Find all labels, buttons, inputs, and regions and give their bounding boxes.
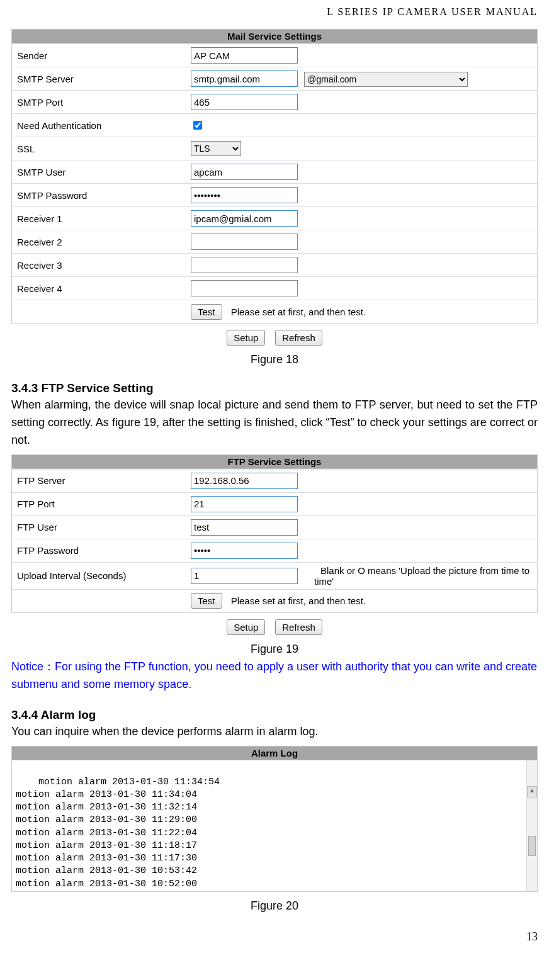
mail-settings-table: Sender SMTP Server @gmail.com SMTP Port … <box>12 43 537 323</box>
mail-refresh-button[interactable]: Refresh <box>275 330 322 346</box>
mail-service-panel: Mail Service Settings Sender SMTP Server… <box>11 29 538 324</box>
ftp-interval-label: Upload Interval (Seconds) <box>12 562 186 589</box>
ftp-user-input[interactable] <box>191 519 298 536</box>
mail-panel-title: Mail Service Settings <box>12 30 537 43</box>
smtp-domain-select[interactable]: @gmail.com <box>304 72 468 87</box>
alarm-panel-title: Alarm Log <box>12 746 537 760</box>
receiver4-label: Receiver 4 <box>12 277 186 300</box>
smtp-server-label: SMTP Server <box>12 67 186 91</box>
receiver3-label: Receiver 3 <box>12 254 186 277</box>
need-auth-label: Need Authentication <box>12 114 186 137</box>
need-auth-checkbox[interactable] <box>193 121 202 130</box>
section-343-heading: 3.4.3 FTP Service Setting <box>11 381 538 395</box>
ftp-server-input[interactable] <box>191 473 298 489</box>
receiver2-input[interactable] <box>191 234 298 250</box>
scroll-up-icon[interactable]: ▲ <box>527 786 537 797</box>
figure19-caption: Figure 19 <box>11 643 538 656</box>
ftp-port-label: FTP Port <box>12 492 186 515</box>
page-number: 13 <box>11 930 538 943</box>
ftp-pass-input[interactable] <box>191 543 298 559</box>
page-header: L SERIES IP CAMERA USER MANUAL <box>11 6 538 18</box>
alarm-log-entries: motion alarm 2013-01-30 11:34:54 motion … <box>16 777 220 892</box>
receiver4-input[interactable] <box>191 280 298 296</box>
mail-test-button[interactable]: Test <box>191 304 222 320</box>
ftp-port-input[interactable] <box>191 496 298 512</box>
ftp-pass-label: FTP Password <box>12 539 186 562</box>
ftp-test-button[interactable]: Test <box>191 593 222 609</box>
mail-setup-button[interactable]: Setup <box>227 330 265 346</box>
section-344-body: You can inquire when the device performs… <box>11 723 538 741</box>
smtp-user-input[interactable] <box>191 164 298 180</box>
mail-test-hint: Please set at first, and then test. <box>231 307 366 317</box>
ssl-select[interactable]: TLS <box>191 141 241 156</box>
sender-input[interactable] <box>191 47 298 64</box>
smtp-port-label: SMTP Port <box>12 91 186 114</box>
smtp-pass-input[interactable] <box>191 187 298 203</box>
receiver3-input[interactable] <box>191 257 298 273</box>
alarm-scrollbar[interactable]: ▲ <box>526 760 537 891</box>
mail-buttons-row: Setup Refresh <box>11 330 538 346</box>
ftp-service-panel: FTP Service Settings FTP Server FTP Port… <box>11 454 538 613</box>
figure18-caption: Figure 18 <box>11 353 538 366</box>
ftp-interval-input[interactable] <box>191 568 298 584</box>
ftp-user-label: FTP User <box>12 515 186 539</box>
ftp-buttons-row: Setup Refresh <box>11 619 538 635</box>
ftp-interval-hint: Blank or O means 'Upload the picture fro… <box>314 565 529 587</box>
alarm-log-panel: Alarm Log motion alarm 2013-01-30 11:34:… <box>11 746 538 892</box>
smtp-pass-label: SMTP Password <box>12 184 186 207</box>
alarm-log-body: motion alarm 2013-01-30 11:34:54 motion … <box>12 760 537 891</box>
ssl-label: SSL <box>12 137 186 161</box>
section-343-body: When alarming, the device will snap loca… <box>11 397 538 449</box>
ftp-panel-title: FTP Service Settings <box>12 455 537 469</box>
smtp-port-input[interactable] <box>191 94 298 110</box>
figure20-caption: Figure 20 <box>11 899 538 913</box>
smtp-user-label: SMTP User <box>12 161 186 184</box>
ftp-settings-table: FTP Server FTP Port FTP User FTP Passwor… <box>12 469 537 612</box>
ftp-server-label: FTP Server <box>12 469 186 492</box>
scroll-thumb[interactable] <box>528 836 536 856</box>
receiver2-label: Receiver 2 <box>12 230 186 254</box>
receiver1-label: Receiver 1 <box>12 207 186 230</box>
receiver1-input[interactable] <box>191 210 298 227</box>
smtp-server-input[interactable] <box>191 70 298 87</box>
ftp-setup-button[interactable]: Setup <box>227 619 265 635</box>
ftp-notice: Notice：For using the FTP function, you n… <box>11 658 538 694</box>
ftp-refresh-button[interactable]: Refresh <box>275 619 322 635</box>
ftp-test-hint: Please set at first, and then test. <box>231 595 366 606</box>
section-344-heading: 3.4.4 Alarm log <box>11 708 538 722</box>
sender-label: Sender <box>12 44 186 67</box>
